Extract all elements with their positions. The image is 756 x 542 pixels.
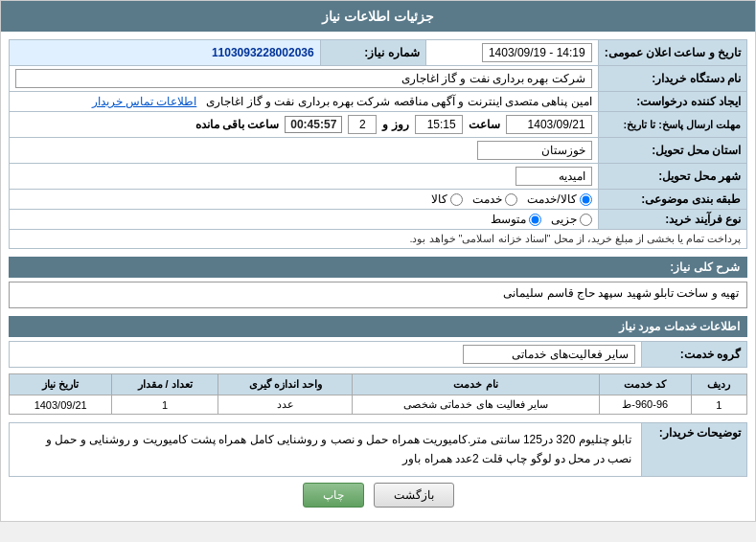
shahr-value: امیدیه [10,164,599,190]
col-tedad: تعداد / مقدار [112,374,218,395]
cell-vahed: عدد [218,395,352,415]
mohlat-time-label: ساعت [469,118,500,131]
info-row-8: نوع فرآیند خرید: جزیی متوسط [10,210,747,230]
ijad-label: ایجاد کننده درخواست: [598,92,746,112]
cell-nam: سایر فعالیت های خدماتی شخصی [353,395,599,415]
info-row-7: طبقه بندی موضوعی: کالا/خدمت خدمت [10,190,747,210]
goroh-label: گروه خدمت: [642,342,747,368]
sharh-title: شرح کلی نیاز: [9,257,747,278]
services-thead: ردیف کد خدمت نام خدمت واحد اندازه گیری ت… [10,374,747,395]
noe-value: جزیی متوسط [10,210,599,230]
ostan-field: خوزستان [477,141,592,160]
shahr-field: امیدیه [515,167,592,186]
ijad-link[interactable]: اطلاعات تماس خریدار [92,95,197,108]
services-table: ردیف کد خدمت نام خدمت واحد اندازه گیری ت… [9,373,747,415]
namdastgah-label: نام دستگاه خریدار: [598,66,746,92]
goroh-value: سایر فعالیت‌های خدماتی [10,342,642,368]
ostan-value: خوزستان [10,138,599,164]
tabaghe-kala[interactable]: کالا [431,192,463,206]
tarikh-label: تاریخ و ساعت اعلان عمومی: [598,40,746,66]
khadamat-title: اطلاعات خدمات مورد نیاز [9,316,747,337]
tabaghe-khadamat-label: خدمت [472,192,502,206]
tawzih-row: توضیحات خریدار: تابلو چنلیوم 320 در125 س… [10,423,747,477]
info-row-6: شهر محل تحویل: امیدیه [10,164,747,190]
col-vahed: واحد اندازه گیری [218,374,352,395]
shomare-label: شماره نیاز: [320,40,425,66]
noe-radio-jozii[interactable] [580,214,592,226]
tarikh-value: 14:19 - 1403/09/19 [425,40,598,66]
tabaghe-radio-khadamat[interactable] [505,193,517,206]
print-button[interactable]: چاپ [303,483,364,508]
ijad-value: امین پناهی متصدی اینترنت و آگهی مناقصه ش… [10,92,599,112]
ostan-label: استان محل تحویل: [598,138,746,164]
tabaghe-kala-label: کالا [431,192,447,206]
tawzih-table: توضیحات خریدار: تابلو چنلیوم 320 در125 س… [9,422,747,477]
cell-tedad: 1 [112,395,218,415]
col-kod: کد خدمت [599,374,691,395]
tabaghe-radio-group: کالا/خدمت خدمت کالا [15,192,592,206]
back-button[interactable]: بازگشت [374,483,454,508]
noe-motawaset-label: متوسط [491,213,526,226]
services-tbody: 1960-96-طسایر فعالیت های خدماتی شخصیعدد1… [10,395,747,415]
payment-note: پرداخت تمام یا بخشی از مبلغ خرید، از محل… [10,230,747,249]
timer-value: 00:45:57 [285,116,342,133]
mohlat-rooz: 2 [348,115,377,134]
khadamat-section: اطلاعات خدمات مورد نیاز گروه خدمت: سایر … [9,316,747,415]
services-header-row: ردیف کد خدمت نام خدمت واحد اندازه گیری ت… [10,374,747,395]
baghimande-label: ساعت باقی مانده [195,118,280,131]
tawzih-value: تابلو چنلیوم 320 در125 سانتی متر.کامیوری… [10,423,642,477]
mohlat-label: مهلت ارسال پاسخ: تا تاریخ: [598,112,746,138]
button-row: بازگشت چاپ [9,477,747,513]
noe-motawaset[interactable]: متوسط [491,213,541,226]
info-row-9: پرداخت تمام یا بخشی از مبلغ خرید، از محل… [10,230,747,249]
tawzih-section: توضیحات خریدار: تابلو چنلیوم 320 در125 س… [9,422,747,477]
goroh-table: گروه خدمت: سایر فعالیت‌های خدماتی [9,341,747,368]
col-radif: ردیف [691,374,746,395]
info-table: تاریخ و ساعت اعلان عمومی: 14:19 - 1403/0… [9,39,747,249]
info-row-2: نام دستگاه خریدار: شرکت بهره برداری نفت … [10,66,747,92]
tabaghe-radio-kala-khadamat[interactable] [580,193,592,206]
namdastgah-field: شرکت بهره برداری نفت و گاز اغاجاری [15,69,592,88]
tabaghe-kala-khadamat[interactable]: کالا/خدمت [527,192,591,206]
page-header: جزئیات اطلاعات نیاز [1,1,755,32]
shomare-value: 1103093228002036 [10,40,321,66]
tabaghe-khadamat[interactable]: خدمت [472,192,517,206]
noe-label: نوع فرآیند خرید: [598,210,746,230]
ijad-text: امین پناهی متصدی اینترنت و آگهی مناقصه ش… [206,95,591,108]
info-row-4: مهلت ارسال پاسخ: تا تاریخ: 1403/09/21 سا… [10,112,747,138]
info-row-1: تاریخ و ساعت اعلان عمومی: 14:19 - 1403/0… [10,40,747,66]
col-tarikh: تاریخ نیاز [10,374,112,395]
info-row-3: ایجاد کننده درخواست: امین پناهی متصدی ای… [10,92,747,112]
sharh-value: تهیه و ساخت تابلو شهید سپهد حاج قاسم سلی… [9,282,747,308]
cell-tarikh: 1403/09/21 [10,395,112,415]
cell-radif: 1 [691,395,746,415]
namdastgah-value: شرکت بهره برداری نفت و گاز اغاجاری [10,66,599,92]
mohlat-value: 1403/09/21 ساعت 15:15 روز و 2 00:45:57 س… [10,112,599,138]
goroh-field: سایر فعالیت‌های خدماتی [463,345,635,364]
sharh-section: شرح کلی نیاز: تهیه و ساخت تابلو شهید سپه… [9,257,747,308]
table-row: 1960-96-طسایر فعالیت های خدماتی شخصیعدد1… [10,395,747,415]
mohlat-rooz-label: روز و [382,118,408,131]
tabaghe-kala-khadamat-label: کالا/خدمت [527,192,576,206]
mohlat-date: 1403/09/21 [506,115,592,134]
mohlat-time: 15:15 [415,115,463,134]
tabaghe-value: کالا/خدمت خدمت کالا [10,190,599,210]
shahr-label: شهر محل تحویل: [598,164,746,190]
noe-radio-motawaset[interactable] [529,214,541,226]
tabaghe-label: طبقه بندی موضوعی: [598,190,746,210]
tarikh-field: 14:19 - 1403/09/19 [482,43,592,62]
noe-radio-group: جزیی متوسط [15,213,592,226]
goroh-row: گروه خدمت: سایر فعالیت‌های خدماتی [10,342,747,368]
info-row-5: استان محل تحویل: خوزستان [10,138,747,164]
tawzih-label: توضیحات خریدار: [642,423,747,477]
tawzih-text: تابلو چنلیوم 320 در125 سانتی متر.کامیوری… [15,426,635,473]
col-nam: نام خدمت [353,374,599,395]
header-title: جزئیات اطلاعات نیاز [322,9,434,24]
cell-kod: 960-96-ط [599,395,691,415]
tabaghe-radio-kala[interactable] [450,193,463,206]
noe-jozii[interactable]: جزیی [551,213,592,226]
noe-jozii-label: جزیی [551,213,577,226]
